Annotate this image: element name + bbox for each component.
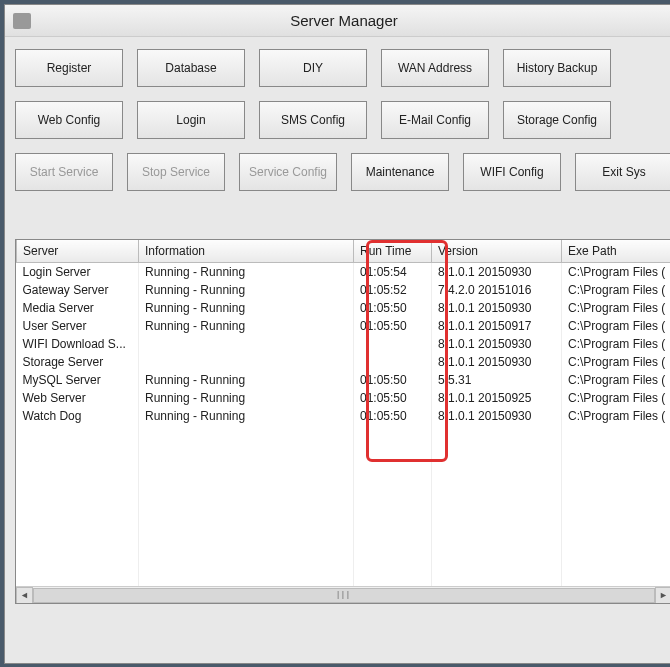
table-row[interactable]: Gateway ServerRunning - Running01:05:527…	[17, 281, 671, 299]
stop-service-button: Stop Service	[127, 153, 225, 191]
cell-exe: C:\Program Files (	[562, 299, 671, 317]
cell-server: Storage Server	[17, 353, 139, 371]
cell-info: Running - Running	[139, 317, 354, 335]
wan-address-button[interactable]: WAN Address	[381, 49, 489, 87]
cell-exe: C:\Program Files (	[562, 335, 671, 353]
cell-runtime: 01:05:50	[354, 317, 432, 335]
titlebar: Server Manager	[5, 5, 670, 37]
app-icon	[13, 13, 31, 29]
cell-version: 8.1.0.1 20150917	[432, 317, 562, 335]
cell-server: Web Server	[17, 389, 139, 407]
table-row-empty	[17, 533, 671, 551]
column-header-version[interactable]: Version	[432, 240, 562, 263]
cell-info: Running - Running	[139, 389, 354, 407]
service-config-button: Service Config	[239, 153, 337, 191]
table-row[interactable]: Login ServerRunning - Running01:05:548.1…	[17, 263, 671, 281]
table-row-empty	[17, 569, 671, 587]
table-row-empty	[17, 551, 671, 569]
cell-info	[139, 335, 354, 353]
table-row[interactable]: Media ServerRunning - Running01:05:508.1…	[17, 299, 671, 317]
cell-info: Running - Running	[139, 281, 354, 299]
cell-exe: C:\Program Files (	[562, 353, 671, 371]
cell-runtime	[354, 353, 432, 371]
sms-config-button[interactable]: SMS Config	[259, 101, 367, 139]
wifi-config-button[interactable]: WIFI Config	[463, 153, 561, 191]
cell-server: MySQL Server	[17, 371, 139, 389]
toolbar-row-2: Web ConfigLoginSMS ConfigE-Mail ConfigSt…	[15, 101, 670, 139]
cell-runtime: 01:05:50	[354, 299, 432, 317]
start-service-button: Start Service	[15, 153, 113, 191]
server-table-container: ServerInformationRun TimeVersionExe Path…	[15, 239, 670, 604]
cell-version: 8.1.0.1 20150925	[432, 389, 562, 407]
toolbar-row-1: RegisterDatabaseDIYWAN AddressHistory Ba…	[15, 49, 670, 87]
cell-info	[139, 353, 354, 371]
cell-runtime: 01:05:50	[354, 389, 432, 407]
table-row[interactable]: WIFI Download S...8.1.0.1 20150930C:\Pro…	[17, 335, 671, 353]
table-row-empty	[17, 425, 671, 443]
exit-sys-button[interactable]: Exit Sys	[575, 153, 670, 191]
table-row[interactable]: Web ServerRunning - Running01:05:508.1.0…	[17, 389, 671, 407]
cell-server: Login Server	[17, 263, 139, 281]
column-header-run-time[interactable]: Run Time	[354, 240, 432, 263]
cell-exe: C:\Program Files (	[562, 263, 671, 281]
cell-version: 8.1.0.1 20150930	[432, 353, 562, 371]
window-title: Server Manager	[290, 12, 398, 29]
cell-exe: C:\Program Files (	[562, 407, 671, 425]
cell-version: 5.5.31	[432, 371, 562, 389]
scroll-left-button[interactable]: ◄	[16, 587, 33, 604]
web-config-button[interactable]: Web Config	[15, 101, 123, 139]
server-table: ServerInformationRun TimeVersionExe Path…	[16, 240, 670, 587]
cell-runtime: 01:05:50	[354, 407, 432, 425]
cell-exe: C:\Program Files (	[562, 317, 671, 335]
maintenance-button[interactable]: Maintenance	[351, 153, 449, 191]
cell-exe: C:\Program Files (	[562, 389, 671, 407]
column-header-exe-path[interactable]: Exe Path	[562, 240, 671, 263]
toolbar: RegisterDatabaseDIYWAN AddressHistory Ba…	[5, 37, 670, 209]
register-button[interactable]: Register	[15, 49, 123, 87]
table-row-empty	[17, 443, 671, 461]
server-manager-window: Server Manager RegisterDatabaseDIYWAN Ad…	[4, 4, 670, 664]
history-backup-button[interactable]: History Backup	[503, 49, 611, 87]
cell-exe: C:\Program Files (	[562, 371, 671, 389]
cell-version: 8.1.0.1 20150930	[432, 335, 562, 353]
table-row[interactable]: Watch DogRunning - Running01:05:508.1.0.…	[17, 407, 671, 425]
cell-version: 8.1.0.1 20150930	[432, 407, 562, 425]
database-button[interactable]: Database	[137, 49, 245, 87]
column-header-server[interactable]: Server	[17, 240, 139, 263]
table-row[interactable]: Storage Server8.1.0.1 20150930C:\Program…	[17, 353, 671, 371]
cell-runtime: 01:05:52	[354, 281, 432, 299]
table-row-empty	[17, 497, 671, 515]
cell-server: User Server	[17, 317, 139, 335]
cell-info: Running - Running	[139, 263, 354, 281]
table-row-empty	[17, 515, 671, 533]
cell-version: 8.1.0.1 20150930	[432, 263, 562, 281]
login-button[interactable]: Login	[137, 101, 245, 139]
cell-runtime: 01:05:50	[354, 371, 432, 389]
cell-info: Running - Running	[139, 371, 354, 389]
table-row[interactable]: MySQL ServerRunning - Running01:05:505.5…	[17, 371, 671, 389]
table-row-empty	[17, 479, 671, 497]
table-header-row: ServerInformationRun TimeVersionExe Path	[17, 240, 671, 263]
cell-server: Watch Dog	[17, 407, 139, 425]
cell-runtime	[354, 335, 432, 353]
cell-info: Running - Running	[139, 407, 354, 425]
table-row[interactable]: User ServerRunning - Running01:05:508.1.…	[17, 317, 671, 335]
toolbar-row-3: Start ServiceStop ServiceService ConfigM…	[15, 153, 670, 191]
e-mail-config-button[interactable]: E-Mail Config	[381, 101, 489, 139]
cell-server: WIFI Download S...	[17, 335, 139, 353]
cell-exe: C:\Program Files (	[562, 281, 671, 299]
horizontal-scrollbar[interactable]: ◄ III ►	[16, 586, 670, 603]
server-table-scroll[interactable]: ServerInformationRun TimeVersionExe Path…	[16, 240, 670, 603]
column-header-information[interactable]: Information	[139, 240, 354, 263]
scroll-right-button[interactable]: ►	[655, 587, 670, 604]
storage-config-button[interactable]: Storage Config	[503, 101, 611, 139]
cell-runtime: 01:05:54	[354, 263, 432, 281]
cell-version: 8.1.0.1 20150930	[432, 299, 562, 317]
cell-version: 7.4.2.0 20151016	[432, 281, 562, 299]
cell-server: Gateway Server	[17, 281, 139, 299]
scroll-thumb[interactable]: III	[33, 588, 655, 603]
table-row-empty	[17, 461, 671, 479]
cell-info: Running - Running	[139, 299, 354, 317]
diy-button[interactable]: DIY	[259, 49, 367, 87]
table-body: Login ServerRunning - Running01:05:548.1…	[17, 263, 671, 587]
